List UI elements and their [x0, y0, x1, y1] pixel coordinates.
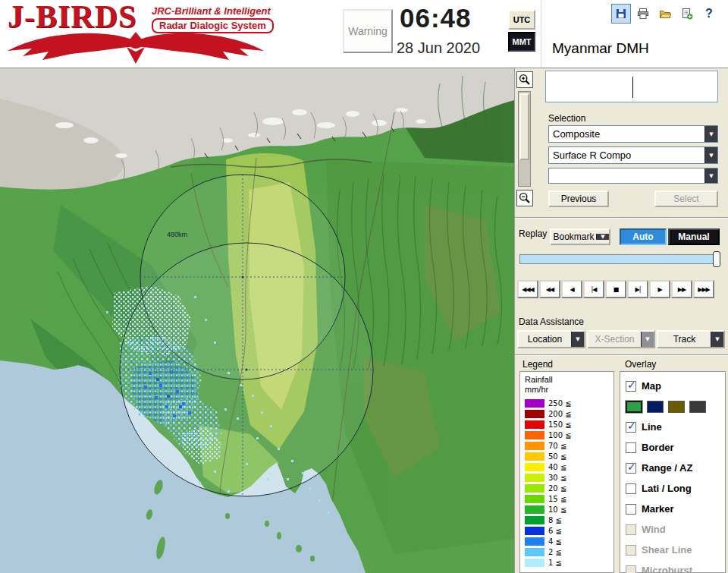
text-caret	[632, 77, 633, 98]
legend-color-swatch	[525, 420, 544, 429]
chevron-down-icon[interactable]: ▼	[641, 332, 654, 347]
data-assistance-buttons: Location ▼ X-Section ▼ Track ▼	[517, 330, 725, 348]
checkbox[interactable]	[626, 545, 636, 556]
overlay-item[interactable]: Border	[626, 437, 720, 458]
map-color-swatch[interactable]	[647, 401, 664, 413]
clock-date: 28 Jun 2020	[397, 39, 480, 57]
bookmark-button[interactable]: Bookmark ▼	[550, 228, 610, 245]
open-folder-button[interactable]	[655, 4, 675, 24]
overlay-item[interactable]: Marker	[626, 499, 720, 519]
clock-time: 06:48	[400, 3, 472, 33]
overlay-item[interactable]: Line	[626, 417, 720, 437]
legend-row: 1 ≦	[525, 557, 609, 568]
warning-button[interactable]: Warning	[343, 9, 393, 53]
legend-color-swatch	[525, 410, 544, 418]
product-combo[interactable]: Surface R Compo ▼	[548, 146, 718, 164]
section-divider	[515, 217, 728, 219]
zoom-scrollbar[interactable]	[518, 91, 531, 187]
zoom-out-button[interactable]	[516, 190, 533, 206]
map-color-swatch[interactable]	[689, 401, 706, 413]
control-panel: Selection Composite ▼ Surface R Compo ▼ …	[514, 68, 728, 573]
help-button[interactable]: ?	[699, 4, 719, 24]
select-button[interactable]: Select	[654, 190, 718, 207]
checkbox[interactable]	[626, 483, 636, 494]
zoom-out-icon	[519, 192, 531, 204]
previous-button[interactable]: Previous	[548, 190, 609, 207]
checkbox[interactable]	[626, 381, 636, 392]
checkbox[interactable]	[626, 504, 636, 515]
open-folder-icon	[659, 8, 671, 20]
checkbox[interactable]	[626, 565, 636, 573]
legend-row: 50 ≦	[525, 451, 609, 461]
legend-unit-title: Rainfall	[525, 375, 609, 385]
save-button[interactable]	[611, 4, 631, 24]
mmt-toggle-button[interactable]: MMT	[508, 32, 535, 52]
header-divider	[541, 0, 541, 68]
playback-button[interactable]: |◀	[583, 280, 604, 298]
replay-slider[interactable]	[519, 254, 720, 264]
legend-row: 10 ≦	[525, 504, 609, 515]
range-ring-label: 480km	[167, 231, 187, 238]
legend-color-swatch	[525, 495, 544, 503]
legend-unit: mm/hr	[525, 385, 609, 395]
checkbox[interactable]	[626, 463, 636, 474]
legend-row: 15 ≦	[525, 493, 609, 504]
overlay-item[interactable]: Range / AZ	[626, 458, 720, 478]
legend-label: Legend	[522, 359, 553, 370]
checkbox[interactable]	[626, 442, 636, 453]
data-assistance-button[interactable]: Location ▼	[517, 330, 585, 348]
radar-map[interactable]: 480km	[0, 68, 514, 573]
legend-row: 4 ≦	[525, 536, 609, 546]
rainfall-legend: Rainfall mm/hr 250 ≦ 200 ≦	[519, 371, 614, 573]
playback-button[interactable]: ◀◀◀	[517, 280, 538, 298]
chevron-down-icon[interactable]: ▼	[704, 126, 717, 142]
composite-combo[interactable]: Composite ▼	[548, 125, 718, 143]
playback-button[interactable]: ◀◀	[539, 280, 560, 298]
chevron-down-icon[interactable]: ▼	[711, 332, 723, 347]
checkbox[interactable]	[626, 524, 636, 535]
auto-toggle-button[interactable]: Auto	[620, 228, 667, 245]
legend-row: 150 ≦	[525, 419, 609, 430]
manual-toggle-button[interactable]: Manual	[668, 228, 720, 245]
station-input[interactable]	[545, 71, 718, 102]
overlay-item[interactable]: Map	[626, 376, 720, 396]
playback-button[interactable]: ■	[605, 280, 626, 298]
organization-name: Myanmar DMH	[552, 40, 649, 57]
playback-controls: ◀◀◀ ◀◀ ◀ |◀ ■ ▶| ▶ ▶▶ ▶▶▶	[517, 280, 714, 298]
legend-row: 2 ≦	[525, 546, 609, 557]
map-color-swatch[interactable]	[626, 401, 642, 413]
toolbar: ?	[611, 4, 719, 24]
chevron-down-icon[interactable]: ▼	[704, 168, 717, 183]
legend-color-swatch	[525, 399, 544, 408]
export-button[interactable]	[677, 4, 697, 24]
export-icon	[681, 8, 693, 20]
playback-button[interactable]: ▶	[649, 280, 670, 298]
zoom-scrollbar-thumb[interactable]	[519, 93, 529, 160]
playback-button[interactable]: ▶|	[627, 280, 648, 298]
overlay-item[interactable]: Shear Line	[626, 540, 720, 560]
chevron-down-icon[interactable]: ▼	[571, 332, 584, 347]
legend-color-swatch	[525, 442, 544, 450]
checkbox[interactable]	[626, 422, 636, 433]
replay-slider-handle[interactable]	[713, 251, 720, 267]
selection-label: Selection	[548, 113, 585, 124]
overlay-item[interactable]: Lati / Long	[626, 478, 720, 499]
data-assistance-button[interactable]: Track ▼	[657, 330, 725, 348]
utc-toggle-button[interactable]: UTC	[508, 10, 535, 30]
map-color-swatch[interactable]	[668, 401, 685, 413]
zoom-in-button[interactable]	[516, 71, 533, 88]
chevron-down-icon[interactable]: ▼	[596, 234, 609, 240]
overlay-item[interactable]: Wind	[626, 519, 720, 540]
sub-product-combo[interactable]: ▼	[548, 168, 718, 184]
playback-button[interactable]: ▶▶	[671, 280, 692, 298]
logo-tagline-1: JRC-Brilliant & Intelligent	[152, 5, 271, 17]
playback-button[interactable]: ◀	[561, 280, 582, 298]
chevron-down-icon[interactable]: ▼	[704, 147, 717, 163]
data-assistance-button[interactable]: X-Section ▼	[587, 330, 655, 348]
overlay-item[interactable]: Microburst	[626, 560, 720, 573]
print-button[interactable]	[633, 4, 653, 24]
playback-button[interactable]: ▶▶▶	[693, 280, 714, 298]
legend-row: 20 ≦	[525, 483, 609, 493]
save-icon	[615, 8, 627, 20]
overlay-options: Map Line	[620, 371, 726, 573]
